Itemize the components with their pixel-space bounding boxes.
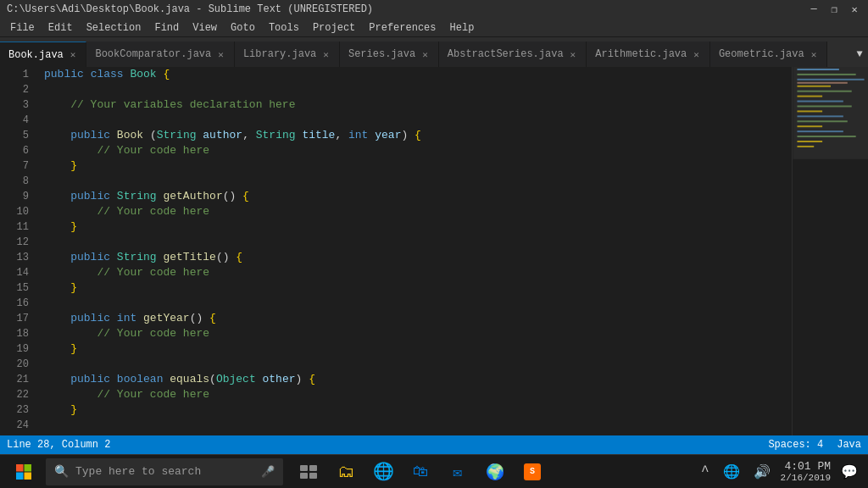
taskview-button[interactable] — [292, 455, 326, 489]
line-num-23: 23 — [7, 402, 29, 418]
svg-rect-17 — [793, 67, 868, 159]
search-bar[interactable]: 🔍 Type here to search 🎤 — [46, 458, 283, 485]
line-num-16: 16 — [7, 296, 29, 311]
code-line-7: } — [44, 158, 792, 174]
code-line-19: } — [44, 341, 792, 357]
file-explorer-icon[interactable]: 🗂 — [329, 455, 363, 489]
line-num-14: 14 — [7, 265, 29, 280]
menu-find[interactable]: Find — [147, 19, 186, 37]
code-line-24 — [44, 418, 792, 433]
minimize-button[interactable]: ─ — [807, 3, 821, 16]
tab-book[interactable]: Book.java ✕ — [0, 42, 86, 67]
code-line-9: public String getAuthor() { — [44, 189, 792, 204]
mic-icon: 🎤 — [261, 465, 275, 479]
code-area[interactable]: public class Book { // Your variables de… — [36, 67, 792, 435]
chrome-icon[interactable]: 🌍 — [478, 455, 512, 489]
network-icon[interactable]: 🌐 — [720, 462, 743, 482]
volume-icon[interactable]: 🔊 — [750, 462, 774, 482]
menu-preferences[interactable]: Preferences — [362, 19, 442, 37]
code-line-22: // Your code here — [44, 387, 792, 402]
minimap-svg — [793, 67, 868, 435]
line-num-7: 7 — [7, 158, 29, 174]
svg-rect-23 — [309, 465, 317, 471]
code-line-18: // Your code here — [44, 326, 792, 341]
tab-geometric[interactable]: Geometric.java ✕ — [710, 42, 827, 67]
status-position[interactable]: Line 28, Column 2 — [7, 439, 110, 451]
line-num-4: 4 — [7, 113, 29, 128]
menu-goto[interactable]: Goto — [224, 19, 262, 37]
menu-bar: File Edit Selection Find View Goto Tools… — [0, 19, 868, 37]
search-placeholder-text: Type here to search — [75, 465, 201, 478]
line-numbers: 1 2 3 4 5 6 7 8 9 10 11 12 13 14 15 16 1… — [0, 67, 36, 435]
notification-icon[interactable]: 💬 — [837, 462, 861, 482]
line-num-11: 11 — [7, 219, 29, 235]
title-bar-title: C:\Users\Adi\Desktop\Book.java - Sublime… — [7, 3, 373, 15]
tab-close-bookcomp[interactable]: ✕ — [216, 48, 225, 61]
system-tray: ^ 🌐 🔊 4:01 PM 2/16/2019 💬 — [698, 460, 861, 483]
tray-chevron[interactable]: ^ — [698, 463, 713, 481]
menu-tools[interactable]: Tools — [262, 19, 306, 37]
code-line-21: public boolean equals(Object other) { — [44, 372, 792, 387]
tab-close-arithmetic[interactable]: ✕ — [692, 48, 701, 61]
line-num-13: 13 — [7, 250, 29, 265]
line-num-19: 19 — [7, 341, 29, 357]
code-line-14: // Your code here — [44, 265, 792, 280]
code-line-23: } — [44, 402, 792, 418]
svg-rect-19 — [25, 464, 32, 472]
line-num-22: 22 — [7, 387, 29, 402]
tab-close-library[interactable]: ✕ — [321, 48, 331, 61]
tab-abstractseries[interactable]: AbstractSeries.java ✕ — [439, 42, 587, 67]
mail-icon[interactable]: ✉ — [441, 455, 475, 489]
status-spaces[interactable]: Spaces: 4 — [768, 439, 823, 451]
taskbar: 🔍 Type here to search 🎤 🗂 🌐 🛍 ✉ 🌍 S ^ 🌐 … — [0, 454, 868, 488]
line-num-12: 12 — [7, 235, 29, 250]
line-num-18: 18 — [7, 326, 29, 341]
code-line-25: public String toString() { — [44, 433, 792, 435]
code-line-8 — [44, 174, 792, 189]
code-line-2 — [44, 82, 792, 97]
editor-container: 1 2 3 4 5 6 7 8 9 10 11 12 13 14 15 16 1… — [0, 67, 868, 435]
edge-icon[interactable]: 🌐 — [366, 455, 400, 489]
line-num-2: 2 — [7, 82, 29, 97]
clock[interactable]: 4:01 PM 2/16/2019 — [781, 460, 831, 483]
tab-close-geometric[interactable]: ✕ — [810, 48, 819, 61]
close-button[interactable]: ✕ — [848, 3, 861, 16]
restore-button[interactable]: ❐ — [827, 3, 841, 16]
line-num-17: 17 — [7, 311, 29, 326]
code-line-6: // Your code here — [44, 143, 792, 158]
tab-overflow-button[interactable]: ▼ — [851, 42, 868, 67]
tab-close-book[interactable]: ✕ — [69, 48, 78, 61]
menu-file[interactable]: File — [3, 19, 42, 37]
menu-help[interactable]: Help — [443, 19, 481, 37]
tab-close-abstractseries[interactable]: ✕ — [569, 48, 578, 61]
line-num-6: 6 — [7, 143, 29, 158]
svg-rect-20 — [16, 472, 24, 480]
menu-edit[interactable]: Edit — [42, 19, 80, 37]
sublime-text-icon[interactable]: S — [515, 455, 549, 489]
status-language[interactable]: Java — [837, 439, 861, 451]
code-line-13: public String getTitle() { — [44, 250, 792, 265]
tab-library[interactable]: Library.java ✕ — [235, 42, 340, 67]
svg-rect-25 — [309, 473, 317, 479]
clock-date: 2/16/2019 — [781, 473, 831, 483]
title-bar-controls: ─ ❐ ✕ — [807, 3, 861, 16]
tab-arithmetic[interactable]: Arithmetic.java ✕ — [587, 42, 710, 67]
line-num-1: 1 — [7, 67, 29, 82]
menu-view[interactable]: View — [186, 19, 224, 37]
line-num-9: 9 — [7, 189, 29, 204]
status-right: Spaces: 4 Java — [768, 439, 861, 451]
line-num-21: 21 — [7, 372, 29, 387]
svg-rect-18 — [16, 464, 24, 472]
store-icon[interactable]: 🛍 — [403, 455, 437, 489]
menu-selection[interactable]: Selection — [80, 19, 148, 37]
minimap[interactable] — [792, 67, 868, 435]
code-line-12 — [44, 235, 792, 250]
menu-project[interactable]: Project — [306, 19, 362, 37]
tab-series[interactable]: Series.java ✕ — [340, 42, 439, 67]
svg-rect-22 — [300, 465, 308, 471]
tab-bookcomp[interactable]: BookComparator.java ✕ — [86, 42, 234, 67]
code-line-1: public class Book { — [44, 67, 792, 82]
tab-close-series[interactable]: ✕ — [420, 48, 430, 61]
start-button[interactable] — [7, 455, 41, 489]
windows-icon — [15, 463, 32, 480]
